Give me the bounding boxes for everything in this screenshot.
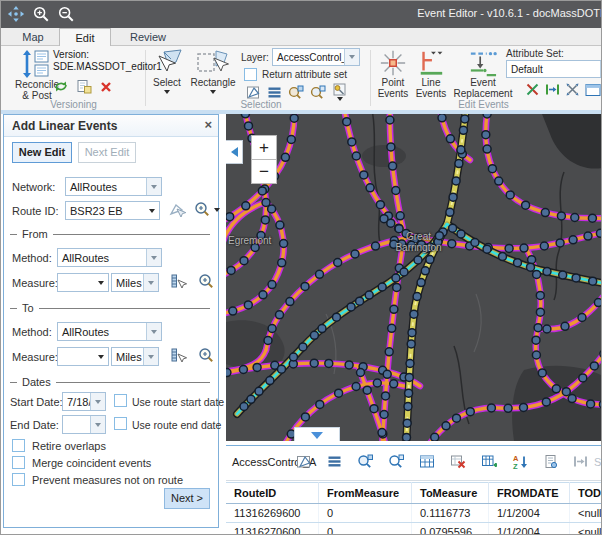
measure-split-button[interactable] [545, 82, 560, 97]
next-button[interactable]: Next > [164, 488, 210, 509]
select-route-on-map-button[interactable] [168, 201, 186, 219]
event-replacement-icon [466, 49, 500, 77]
selection-options-icon [332, 83, 347, 96]
table-attributes-icon [543, 454, 558, 469]
column-header[interactable]: FromMeasure [319, 483, 412, 504]
table-add-rows-button[interactable] [481, 454, 497, 469]
map-canvas [226, 114, 602, 441]
to-measure-select-button[interactable] [170, 347, 187, 364]
start-date-dropdown-arrow[interactable] [90, 393, 105, 410]
table-sort-button[interactable]: AZ [512, 454, 528, 469]
pan-to-selected-button[interactable] [310, 85, 326, 100]
table-list-button[interactable] [327, 454, 342, 469]
to-method-dropdown[interactable]: AllRoutes [57, 322, 162, 341]
table-calculate-button[interactable] [419, 454, 435, 469]
map-zoom-out-button[interactable]: − [251, 159, 277, 184]
tab-review[interactable]: Review [113, 28, 183, 46]
selection-options-button[interactable] [332, 83, 347, 101]
column-header[interactable]: RouteID [226, 483, 319, 504]
rectangle-button[interactable]: Rectangle [187, 49, 239, 94]
new-version-button[interactable] [76, 79, 92, 94]
from-measure-combobox[interactable] [57, 273, 109, 292]
map-label-gb-line1: Great [386, 231, 451, 242]
end-date-dropdown-arrow[interactable] [90, 416, 105, 433]
end-date-dropdown[interactable] [62, 415, 106, 434]
to-method-dropdown-arrow[interactable] [146, 323, 161, 340]
tab-edit[interactable]: Edit [59, 28, 111, 46]
zoom-to-selected-icon [288, 85, 304, 100]
map-collapse-bottom-button[interactable] [294, 427, 340, 441]
map-view[interactable]: Egremont Great Barrington + − [226, 114, 602, 441]
table-attributes-button[interactable] [543, 454, 558, 469]
point-events-button[interactable]: Point Events [375, 49, 411, 99]
zoom-out-tool-button[interactable] [57, 5, 75, 23]
zoom-to-selected-button[interactable] [288, 85, 304, 100]
select-button[interactable]: Select [149, 49, 185, 94]
from-measure-select-button[interactable] [170, 273, 187, 290]
zoom-in-tool-button[interactable] [32, 5, 50, 23]
route-zoom-button[interactable] [194, 201, 220, 218]
route-id-combobox[interactable]: BSR23 EB [65, 201, 160, 220]
refresh-version-button[interactable] [53, 79, 69, 94]
panel-title: Add Linear Events [12, 119, 117, 133]
table-select-button[interactable] [296, 454, 312, 469]
return-attribute-set-checkbox[interactable] [244, 68, 257, 81]
layer-dropdown[interactable]: AccessControl_A [272, 48, 360, 66]
add-linear-events-panel: Add Linear Events × New Edit Next Edit N… [3, 114, 219, 528]
to-units-dropdown[interactable]: Miles [111, 347, 159, 366]
to-measure-combobox[interactable] [57, 347, 109, 366]
to-units-dropdown-arrow[interactable] [143, 348, 158, 365]
table-row[interactable]: 1131627060000.07955961/1/2004<null>N [226, 523, 602, 535]
map-collapse-left-button[interactable] [226, 140, 243, 164]
table-clear-selection-button[interactable] [450, 454, 466, 469]
table-clear-selection-icon [450, 454, 466, 469]
line-events-button[interactable]: Line Events [413, 49, 449, 99]
prevent-measures-label: Prevent measures not on route [32, 474, 183, 486]
select-features-button[interactable] [246, 85, 261, 100]
use-route-end-date-checkbox[interactable] [114, 417, 127, 430]
retire-overlaps-checkbox[interactable] [12, 439, 25, 452]
network-dropdown[interactable]: AllRoutes [65, 177, 162, 196]
pan-tool-button[interactable] [7, 5, 25, 23]
prevent-measures-checkbox[interactable] [12, 473, 25, 486]
column-header[interactable]: FROMDATE [489, 483, 570, 504]
table-header-row: RouteIDFromMeasureToMeasureFROMDATETODAT… [226, 483, 602, 504]
rectangle-select-icon [196, 49, 230, 77]
merge-events-button[interactable] [565, 82, 580, 97]
network-dropdown-arrow[interactable] [146, 178, 161, 195]
from-method-dropdown-arrow[interactable] [146, 249, 161, 266]
table-zoom-selected-button[interactable] [357, 454, 373, 469]
from-measure-dropdown-arrow[interactable] [93, 274, 108, 291]
map-zoom-in-button[interactable]: + [251, 135, 277, 160]
attribute-set-dropdown[interactable]: Default [506, 60, 602, 78]
table-pan-selected-button[interactable] [388, 454, 404, 469]
start-date-dropdown[interactable]: 7/18/ [62, 392, 106, 411]
panel-header: Add Linear Events × [4, 115, 218, 137]
table-select-icon [296, 454, 312, 469]
selection-list-button[interactable] [267, 85, 282, 100]
event-window-button[interactable] [585, 83, 601, 97]
use-route-start-date-checkbox[interactable] [114, 394, 127, 407]
split-event-button[interactable] [525, 82, 540, 97]
column-header[interactable]: ToMeasure [412, 483, 489, 504]
to-measure-dropdown-arrow[interactable] [93, 348, 108, 365]
table-row[interactable]: 1131626960000.11167731/1/2004<null>N [226, 504, 602, 523]
tab-map[interactable]: Map [9, 28, 57, 46]
use-route-start-date-label: Use route start date [132, 396, 224, 408]
new-edit-button[interactable]: New Edit [12, 142, 72, 163]
from-units-dropdown-arrow[interactable] [143, 274, 158, 291]
delete-version-button[interactable] [99, 80, 113, 94]
to-method-value: AllRoutes [58, 326, 146, 338]
route-id-dropdown-arrow[interactable] [144, 202, 159, 219]
column-header[interactable]: TODATE [570, 483, 602, 504]
from-zoom-button[interactable] [198, 273, 215, 290]
merge-coincident-checkbox[interactable] [12, 456, 25, 469]
rectangle-dropdown-arrow[interactable] [210, 90, 216, 94]
from-units-dropdown[interactable]: Miles [111, 273, 159, 292]
to-zoom-button[interactable] [198, 347, 215, 364]
from-method-dropdown[interactable]: AllRoutes [57, 248, 162, 267]
route-zoom-dropdown-arrow[interactable] [214, 208, 220, 212]
close-icon[interactable]: × [204, 117, 212, 132]
layer-dropdown-arrow[interactable] [344, 49, 359, 65]
select-dropdown-arrow[interactable] [164, 90, 170, 94]
